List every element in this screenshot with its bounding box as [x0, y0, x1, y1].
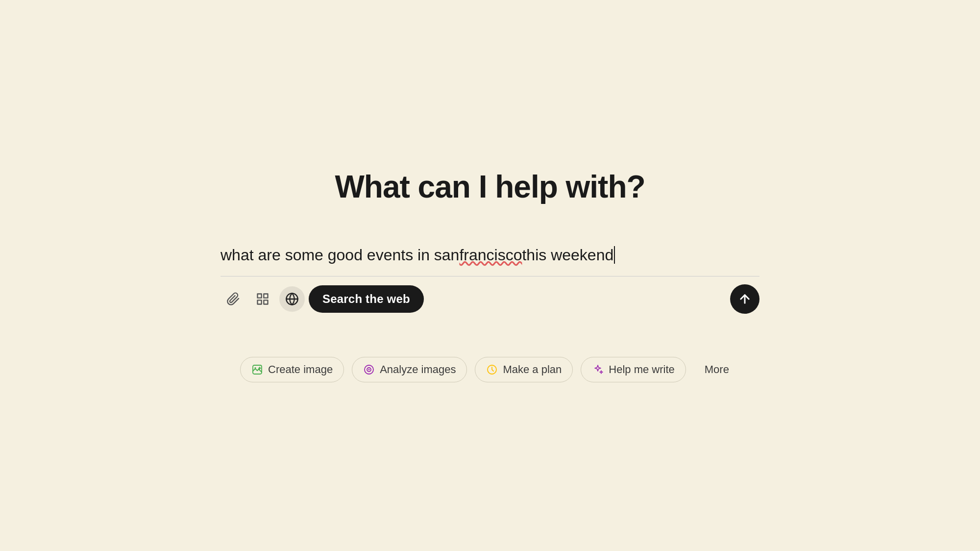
help-write-label: Help me write: [609, 363, 674, 376]
svg-rect-2: [264, 300, 268, 304]
svg-rect-0: [258, 294, 262, 298]
main-container: What can I help with? what are some good…: [220, 169, 760, 382]
svg-point-8: [255, 367, 256, 369]
help-write-chip[interactable]: Help me write: [581, 357, 686, 382]
make-plan-chip[interactable]: Make a plan: [475, 357, 573, 382]
more-button[interactable]: More: [694, 357, 740, 382]
make-plan-icon: [486, 364, 498, 376]
analyze-images-label: Analyze images: [380, 363, 456, 376]
input-text-display[interactable]: what are some good events in san francis…: [220, 244, 760, 276]
action-chips: Create image Analyze images Make a pl: [240, 357, 740, 382]
create-image-chip[interactable]: Create image: [240, 357, 344, 382]
text-cursor: [614, 246, 615, 264]
make-plan-label: Make a plan: [503, 363, 562, 376]
input-area: what are some good events in san francis…: [220, 244, 760, 313]
input-underlined-word: francisco: [459, 244, 522, 266]
search-web-button[interactable]: Search the web: [309, 285, 424, 313]
page-title: What can I help with?: [335, 169, 645, 205]
input-after-underline: this weekend: [522, 244, 613, 266]
analyze-images-icon: [363, 364, 375, 376]
help-write-icon: [592, 364, 604, 376]
svg-rect-3: [258, 300, 262, 304]
attach-icon[interactable]: [220, 286, 246, 312]
globe-icon[interactable]: [279, 286, 305, 312]
analyze-images-chip[interactable]: Analyze images: [352, 357, 467, 382]
submit-button[interactable]: [730, 284, 760, 314]
input-before-underline: what are some good events in san: [220, 244, 459, 266]
submit-arrow-icon: [738, 292, 752, 306]
svg-rect-1: [264, 294, 268, 298]
svg-point-11: [368, 369, 370, 370]
create-image-icon: [251, 364, 263, 376]
toolbar: Search the web: [220, 285, 760, 313]
create-image-label: Create image: [268, 363, 333, 376]
tools-icon[interactable]: [250, 286, 275, 312]
